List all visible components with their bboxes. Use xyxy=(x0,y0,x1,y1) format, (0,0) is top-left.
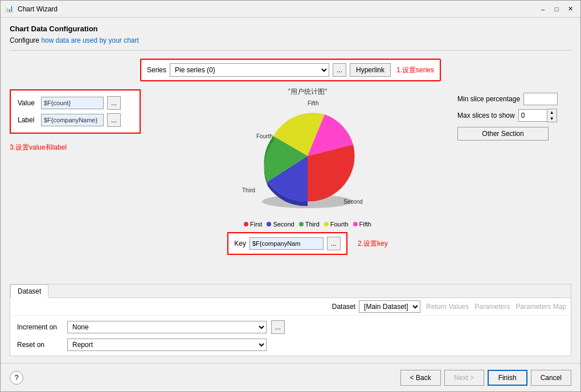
label-input[interactable] xyxy=(41,114,104,126)
parameters-map-link[interactable]: Parameters Map xyxy=(515,303,566,311)
left-panel: Value ... Label ... 3.设置value和label xyxy=(10,87,158,278)
chart-area: Fifth Fourth First Third Second xyxy=(231,99,384,218)
spinner-down-button[interactable]: ▼ xyxy=(547,115,557,122)
legend-third: Third xyxy=(299,221,320,228)
help-button[interactable]: ? xyxy=(10,371,23,385)
maximize-button[interactable]: □ xyxy=(551,3,562,15)
legend-dot-first xyxy=(244,222,248,226)
value-label-section: Value ... Label ... xyxy=(10,89,141,134)
finish-button[interactable]: Finish xyxy=(488,370,527,386)
legend-first: First xyxy=(244,221,262,228)
chart-title: "用户统计图" xyxy=(288,87,328,97)
next-button[interactable]: Next > xyxy=(444,370,484,386)
back-button[interactable]: < Back xyxy=(400,370,441,386)
dataset-body: Increment on None ... Reset on Report xyxy=(10,316,571,356)
legend-dot-fourth xyxy=(324,222,329,226)
legend-label-second: Second xyxy=(273,221,294,228)
separator xyxy=(10,50,571,51)
min-slice-input[interactable] xyxy=(523,93,558,105)
dataset-section: Dataset Dataset [Main Dataset] Return Va… xyxy=(10,284,571,356)
legend-fifth: Fifth xyxy=(353,221,371,228)
step2-label: 2.设置key xyxy=(358,239,388,249)
step1-label: 1.设置series xyxy=(396,65,434,75)
footer-left: ? xyxy=(10,371,23,385)
increment-label: Increment on xyxy=(17,323,63,331)
series-dropdown[interactable]: Pie series (0) xyxy=(170,63,329,77)
label-dots-button[interactable]: ... xyxy=(107,113,121,127)
parameters-link[interactable]: Parameters xyxy=(474,303,510,311)
minimize-button[interactable]: – xyxy=(537,3,549,15)
pie-chart-svg xyxy=(245,102,370,216)
value-dots-button[interactable]: ... xyxy=(107,96,121,110)
legend-fourth: Fourth xyxy=(324,221,349,228)
key-dots-button[interactable]: ... xyxy=(327,237,341,250)
max-slices-spinner: ▲ ▼ xyxy=(518,109,557,122)
key-section: Key ... xyxy=(227,232,347,255)
spinner-up-button[interactable]: ▲ xyxy=(547,109,557,115)
series-label: Series xyxy=(147,66,166,74)
legend-label-fourth: Fourth xyxy=(330,221,349,228)
dataset-dropdown[interactable]: [Main Dataset] xyxy=(359,300,420,313)
reset-dropdown[interactable]: Report xyxy=(67,339,267,351)
label-row: Label ... xyxy=(18,113,133,127)
legend-label-fifth: Fifth xyxy=(359,221,371,228)
max-slices-label: Max slices to show xyxy=(457,112,515,119)
label-label: Label xyxy=(18,116,38,124)
legend-dot-fifth xyxy=(353,222,358,226)
key-label: Key xyxy=(234,240,246,247)
legend-dot-second xyxy=(267,222,271,226)
chart-legend: First Second Third Fourth xyxy=(244,221,371,228)
main-content: Chart Data Configuration Configure how d… xyxy=(1,18,580,363)
series-section: Series Pie series (0) ... Hyperlink 1.设置… xyxy=(140,59,441,81)
window-title: Chart Wizard xyxy=(18,5,537,13)
main-area: Value ... Label ... 3.设置value和label "用户统… xyxy=(10,87,571,278)
key-area: Key ... 2.设置key xyxy=(227,232,387,255)
reset-label: Reset on xyxy=(17,341,63,349)
increment-dots-button[interactable]: ... xyxy=(271,320,285,334)
min-slice-label: Min slice percentage xyxy=(457,95,520,103)
cancel-button[interactable]: Cancel xyxy=(531,370,571,386)
legend-dot-third xyxy=(299,222,304,226)
title-bar: 📊 Chart Wizard – □ ✕ xyxy=(1,1,580,18)
hyperlink-button[interactable]: Hyperlink xyxy=(350,63,391,77)
step3-label: 3.设置value和label xyxy=(10,143,158,152)
max-slices-row: Max slices to show ▲ ▼ xyxy=(457,109,571,122)
legend-label-third: Third xyxy=(305,221,320,228)
legend-second: Second xyxy=(267,221,294,228)
spinner-buttons: ▲ ▼ xyxy=(547,109,557,122)
footer: ? < Back Next > Finish Cancel xyxy=(1,363,580,391)
max-slices-input[interactable] xyxy=(518,109,547,122)
series-dots-button[interactable]: ... xyxy=(333,63,346,77)
window-icon: 📊 xyxy=(5,5,14,14)
legend-label-first: First xyxy=(250,221,262,228)
reset-row: Reset on Report xyxy=(17,339,564,351)
increment-row: Increment on None ... xyxy=(17,320,564,334)
window-controls: – □ ✕ xyxy=(537,3,576,15)
value-label: Value xyxy=(18,99,38,107)
page-title: Chart Data Configuration xyxy=(10,24,571,33)
close-button[interactable]: ✕ xyxy=(564,3,576,15)
series-row-wrap: Series Pie series (0) ... Hyperlink 1.设置… xyxy=(10,56,571,84)
dataset-tab[interactable]: Dataset xyxy=(10,284,48,298)
return-values-link[interactable]: Return Values xyxy=(426,303,469,311)
tab-row: Dataset xyxy=(10,284,571,298)
window: 📊 Chart Wizard – □ ✕ Chart Data Configur… xyxy=(0,0,581,392)
right-panel: Min slice percentage Max slices to show … xyxy=(457,87,571,278)
key-input[interactable] xyxy=(249,237,324,250)
value-row: Value ... xyxy=(18,96,133,110)
value-input[interactable] xyxy=(41,97,104,109)
other-section-button[interactable]: Other Section xyxy=(457,127,549,141)
center-panel: "用户统计图" Fifth Fourth First Third Second xyxy=(158,87,457,278)
page-subtitle: Configure how data are used by your char… xyxy=(10,36,571,44)
dataset-header: Dataset [Main Dataset] Return Values Par… xyxy=(10,298,571,316)
increment-dropdown[interactable]: None xyxy=(67,321,267,333)
min-slice-row: Min slice percentage xyxy=(457,93,571,105)
footer-right: < Back Next > Finish Cancel xyxy=(400,370,571,386)
dataset-label: Dataset xyxy=(332,303,355,311)
